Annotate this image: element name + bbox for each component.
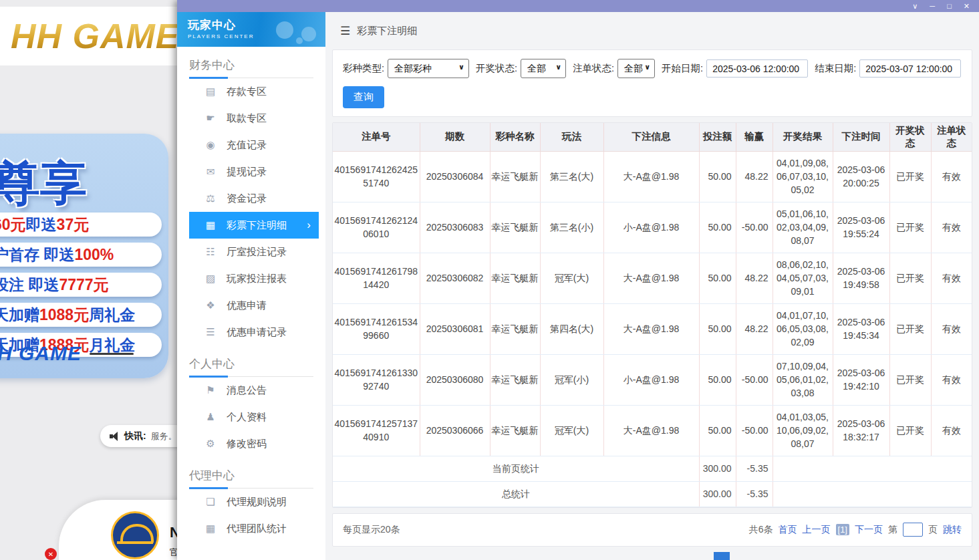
lottery-type-select[interactable]: 全部彩种 (388, 59, 469, 78)
sidebar-item-funds-records[interactable]: ⚖资金记录 (189, 185, 319, 212)
first-page-link[interactable]: 首页 (779, 524, 797, 536)
sidebar-item-label: 消息公告 (227, 384, 267, 397)
cell-amount: 50.00 (699, 151, 736, 202)
sidebar-item-promo-apply[interactable]: ❖优惠申请 (189, 292, 319, 319)
breadcrumb: ☰ 彩票下注明细 (325, 12, 979, 49)
record-list-icon: ☰ (204, 326, 217, 338)
ticker-text: 服务。 (151, 430, 177, 442)
column-header-bet_info: 下注信息 (603, 123, 699, 151)
summary-amount: 300.00 (699, 456, 736, 481)
cell-win_loss: 48.22 (736, 303, 773, 354)
sidebar-item-promo-apply-records[interactable]: ☰优惠申请记录 (189, 319, 319, 345)
cell-bet_time: 2025-03-06 19:42:10 (833, 354, 889, 405)
sidebar-item-agent-rules[interactable]: ❏代理规则说明 (189, 488, 319, 515)
cell-period: 20250306084 (420, 151, 490, 202)
order-status-select[interactable]: 全部 (617, 59, 655, 78)
end-date-label: 结束日期: (815, 62, 856, 75)
column-header-order_status: 注单状态 (931, 123, 972, 151)
sidebar-item-agent-team-stats[interactable]: ▦代理团队统计 (189, 515, 319, 542)
sidebar-item-change-password[interactable]: ⚙修改密码 (189, 430, 319, 457)
menu-icon[interactable]: ☰ (340, 24, 350, 38)
prev-page-link[interactable]: 上一页 (803, 524, 831, 536)
main-content: ☰ 彩票下注明细 彩种类型: 全部彩种 开奖状态: 全部 (325, 12, 979, 560)
sidebar-item-label: 优惠申请 (227, 299, 267, 312)
cell-bet_time: 2025-03-06 19:55:24 (833, 202, 889, 253)
sidebar-item-player-bet-report[interactable]: ▨玩家投注报表 (189, 265, 319, 292)
summary-label: 总统计 (333, 481, 699, 507)
cell-lottery: 幸运飞艇新 (490, 151, 540, 202)
sidebar-item-label: 修改密码 (227, 438, 267, 450)
next-page-link[interactable]: 下一页 (855, 524, 883, 536)
query-button[interactable]: 查询 (343, 86, 384, 108)
start-date-label: 开始日期: (662, 62, 703, 75)
cell-bet_info: 大-A盘@1.98 (603, 303, 699, 354)
coin-purse-icon: ⚖ (204, 192, 217, 204)
sidebar-item-hall-bet-records[interactable]: ☷厅室投注记录 (189, 239, 319, 265)
sidebar-item-withdrawal-records[interactable]: ✉提现记录 (189, 158, 319, 185)
end-date-input[interactable] (859, 59, 961, 78)
maximize-button[interactable]: □ (947, 0, 952, 12)
sidebar-item-label: 厅室投注记录 (227, 246, 287, 259)
sidebar-item-label: 资金记录 (227, 192, 267, 205)
cell-order_status: 有效 (931, 151, 972, 202)
chevron-right-icon: › (307, 219, 311, 232)
cell-bet_time: 2025-03-06 19:45:34 (833, 303, 889, 354)
section-title: 财务中心 (189, 57, 325, 78)
gamepad-icon (276, 16, 316, 43)
window-titlebar: ∨─□✕ (177, 0, 979, 12)
promo-pill: 投注 即送7777元 (0, 273, 162, 297)
cell-order_no: 401569174126153499660 (333, 303, 420, 354)
sidebar-item-deposit-zone[interactable]: ▤存款专区 (189, 78, 319, 105)
cell-order_no: 401569174125713740910 (333, 405, 420, 456)
sidebar-item-lottery-bet-details[interactable]: ▦彩票下注明细› (189, 212, 319, 239)
cell-amount: 50.00 (699, 405, 736, 456)
cell-lottery: 幸运飞艇新 (490, 405, 540, 456)
cell-result: 04,01,07,10,06,05,03,08,02,09 (773, 303, 833, 354)
hh-game-logo[interactable]: HH GAME (11, 16, 180, 56)
current-page-indicator[interactable]: [1] (836, 524, 849, 535)
cell-draw_status: 已开奖 (889, 405, 931, 456)
cell-order_no: 401569174126212406010 (333, 202, 420, 253)
draw-status-select[interactable]: 全部 (521, 59, 566, 78)
sidebar-item-announcements[interactable]: ⚑消息公告 (189, 377, 319, 404)
sidebar-item-profile[interactable]: ♟个人资料 (189, 404, 319, 430)
cell-period: 20250306080 (420, 354, 490, 405)
cell-order_no: 401569174126242551740 (333, 151, 420, 202)
summary-amount: 300.00 (699, 481, 736, 507)
page-jump-input[interactable] (903, 523, 923, 537)
page-icon: ❏ (204, 496, 217, 508)
cell-period: 20250306082 (420, 253, 490, 303)
sidebar-item-label: 玩家投注报表 (227, 273, 287, 285)
cell-play: 冠军(大) (540, 405, 603, 456)
start-date-input[interactable] (706, 59, 808, 78)
chart-icon: ▨ (204, 273, 217, 285)
cell-order_status: 有效 (931, 303, 972, 354)
column-header-draw_status: 开奖状态 (889, 123, 931, 151)
cell-order_no: 401569174126179814420 (333, 253, 420, 303)
sidebar-item-recharge-records[interactable]: ◉充值记录 (189, 132, 319, 158)
summary-row: 当前页统计300.00-5.35 (333, 456, 972, 481)
cell-period: 20250306081 (420, 303, 490, 354)
cell-result: 07,10,09,04,05,06,01,02,03,08 (773, 354, 833, 405)
order-status-label: 注单状态: (573, 62, 614, 75)
cell-bet_time: 2025-03-06 19:49:58 (833, 253, 889, 303)
bet-table: 注单号期数彩种名称玩法下注信息投注额输赢开奖结果下注时间开奖状态注单状态4015… (333, 123, 972, 507)
sidebar-item-label: 存款专区 (227, 86, 267, 98)
cell-result: 04,01,09,08,06,07,03,10,05,02 (773, 151, 833, 202)
cell-bet_info: 大-A盘@1.98 (603, 151, 699, 202)
chevron-down-button[interactable]: ∨ (912, 0, 918, 12)
minimize-button[interactable]: ─ (930, 0, 935, 12)
players-center-window: ∨─□✕ 玩家中心 PLAYERS CENTER 财务中心▤存款专区☛取款专区◉… (177, 0, 979, 560)
table-row: 40156917412571374091020250306066幸运飞艇新冠军(… (333, 405, 972, 456)
cell-lottery: 幸运飞艇新 (490, 202, 540, 253)
floating-widget-partial[interactable] (714, 552, 730, 560)
cell-amount: 50.00 (699, 354, 736, 405)
jump-button[interactable]: 跳转 (943, 524, 962, 536)
error-badge-icon[interactable]: ✕ (45, 548, 57, 560)
close-button[interactable]: ✕ (964, 0, 970, 12)
sidebar-item-label: 提现记录 (227, 166, 267, 178)
cell-win_loss: 48.22 (736, 151, 773, 202)
sidebar-item-withdraw-zone[interactable]: ☛取款专区 (189, 105, 319, 132)
cell-win_loss: -50.00 (736, 405, 773, 456)
wallet-icon: ✉ (204, 166, 217, 178)
